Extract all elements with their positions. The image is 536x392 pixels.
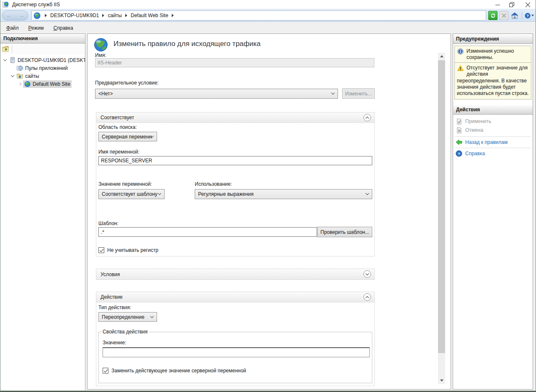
help-link[interactable]: ? Справка	[456, 150, 485, 157]
menu-bar: Файл Режим Справка	[0, 22, 536, 33]
replace-value-label: Заменить действующее значение серверной …	[111, 368, 246, 374]
breadcrumb-separator-icon	[45, 14, 47, 17]
connections-tree: DESKTOP-U1MK9D1 (DESKTOP Пулы приложений	[0, 54, 85, 88]
tree-item-app-pools[interactable]: Пулы приложений	[0, 64, 85, 72]
ignore-case-row: Не учитывать регистр	[98, 247, 158, 253]
svg-text:?: ?	[458, 151, 460, 156]
apply-icon	[456, 118, 462, 125]
variable-value-label: Значение переменной:	[98, 181, 152, 187]
edit-precondition-button: Изменить...	[342, 88, 375, 99]
alert-info: Изменения успешно сохранены.	[454, 46, 531, 64]
sites-folder-icon	[16, 73, 23, 79]
info-icon	[457, 48, 464, 55]
breadcrumb-separator-icon	[102, 14, 104, 17]
address-bar: ← → DESKTOP-U1MK9D1 сайты Default Web Si…	[0, 9, 536, 22]
apply-action: Применить	[456, 118, 491, 125]
menu-file[interactable]: Файл	[3, 23, 23, 33]
collapse-section-icon[interactable]	[363, 293, 371, 301]
cancel-icon	[456, 127, 462, 133]
refresh-button[interactable]	[488, 11, 497, 20]
help-button[interactable]: ?	[525, 11, 534, 20]
conditions-section-header[interactable]: Условия	[96, 269, 374, 279]
scrollbar-thumb[interactable]	[438, 60, 445, 353]
scope-select[interactable]: Серверная переменн	[98, 132, 157, 141]
using-select[interactable]: Регулярные выражения	[195, 189, 372, 199]
expanded-chevron-icon[interactable]	[11, 74, 14, 77]
connections-header: Подключения	[0, 34, 85, 44]
minimize-button[interactable]	[490, 0, 505, 9]
close-button[interactable]	[521, 0, 535, 9]
menu-view[interactable]: Режим	[25, 23, 48, 33]
iis-manager-window: Диспетчер служб IIS ← → DESKTOP-U1MK9D1 …	[0, 0, 536, 392]
precondition-select[interactable]: <Нет>	[95, 89, 338, 99]
using-label: Использование:	[195, 181, 232, 187]
title-bar: Диспетчер служб IIS	[0, 0, 536, 9]
svg-text:?: ?	[526, 13, 528, 18]
expand-section-icon[interactable]	[363, 270, 371, 278]
breadcrumb-server[interactable]: DESKTOP-U1MK9D1	[50, 13, 99, 18]
forward-icon[interactable]: →	[19, 13, 24, 18]
chevron-down-icon	[150, 314, 154, 318]
home-button[interactable]	[510, 11, 519, 20]
actions-separator	[455, 148, 531, 148]
scope-label: Область поиска:	[98, 124, 137, 130]
collapsed-chevron-icon[interactable]	[18, 82, 21, 85]
test-pattern-button[interactable]: Проверить шаблон...	[317, 227, 372, 237]
back-to-rules-link[interactable]: Назад к правилам	[456, 138, 508, 146]
name-label: Имя:	[95, 52, 106, 58]
action-type-select[interactable]: Переопределение	[98, 312, 157, 322]
tree-item-server[interactable]: DESKTOP-U1MK9D1 (DESKTOP	[0, 56, 85, 64]
chevron-down-icon	[366, 192, 369, 195]
site-globe-icon	[24, 81, 31, 87]
globe-icon[interactable]	[34, 12, 41, 19]
back-icon[interactable]: ←	[6, 13, 12, 18]
server-icon	[9, 57, 16, 64]
match-section-header[interactable]: Соответствует	[96, 113, 374, 123]
collapse-section-icon[interactable]	[363, 114, 371, 121]
expanded-chevron-icon[interactable]	[3, 58, 7, 61]
name-input	[95, 58, 374, 67]
selected-tree-item[interactable]: Default Web Site	[23, 80, 72, 88]
back-arrow-icon	[456, 139, 462, 146]
actions-header: Действия	[453, 105, 533, 115]
tree-item-default-web-site[interactable]: Default Web Site	[0, 80, 85, 88]
stop-button	[499, 11, 508, 20]
menu-help[interactable]: Справка	[50, 23, 77, 33]
breadcrumb-separator-icon	[172, 14, 174, 17]
action-type-label: Тип действия:	[98, 305, 131, 310]
warning-icon	[457, 65, 464, 72]
action-section-header[interactable]: Действие	[96, 292, 374, 302]
pattern-input[interactable]	[98, 227, 317, 237]
breadcrumb: DESKTOP-U1MK9D1 сайты Default Web Site	[31, 10, 486, 20]
toolbar-separator	[522, 12, 522, 19]
alert-warning: Отсутствует значение для действия переоп…	[454, 62, 531, 100]
breadcrumb-sites[interactable]: сайты	[108, 13, 122, 18]
page-title: Изменить правило для исходящего трафика	[113, 40, 260, 48]
ignore-case-checkbox[interactable]	[98, 247, 104, 253]
tree-item-sites[interactable]: сайты	[0, 72, 85, 80]
value-input[interactable]	[103, 347, 370, 357]
replace-value-checkbox[interactable]	[103, 368, 108, 374]
scroll-up-icon[interactable]	[438, 53, 445, 60]
help-dropdown-icon[interactable]	[531, 15, 534, 16]
toolbar-separator	[12, 45, 12, 53]
vertical-scrollbar[interactable]	[438, 53, 445, 384]
edit-outbound-rule-page: Изменить правило для исходящего трафика …	[87, 33, 451, 389]
window-title: Диспетчер служб IIS	[12, 2, 60, 8]
pattern-label: Шаблон:	[98, 220, 119, 226]
nav-back-forward[interactable]: ← →	[2, 10, 28, 20]
replace-value-row: Заменить действующее значение серверной …	[103, 368, 246, 374]
alerts-header: Предупреждения	[453, 34, 533, 44]
scroll-down-icon[interactable]	[438, 377, 445, 384]
variable-value-select[interactable]: Соответствует шаблону	[98, 189, 165, 199]
precondition-label: Предварительное условие:	[95, 80, 159, 86]
connections-toolbar	[0, 44, 85, 54]
feature-globe-icon	[93, 37, 108, 52]
action-properties-legend: Свойства действия	[101, 329, 149, 335]
value-label: Значение:	[103, 340, 126, 346]
breadcrumb-default-web-site[interactable]: Default Web Site	[131, 13, 168, 18]
save-connection-icon[interactable]	[2, 46, 9, 52]
restore-button[interactable]	[505, 0, 519, 9]
variable-name-input[interactable]	[98, 156, 372, 165]
breadcrumb-separator-icon	[125, 14, 127, 17]
